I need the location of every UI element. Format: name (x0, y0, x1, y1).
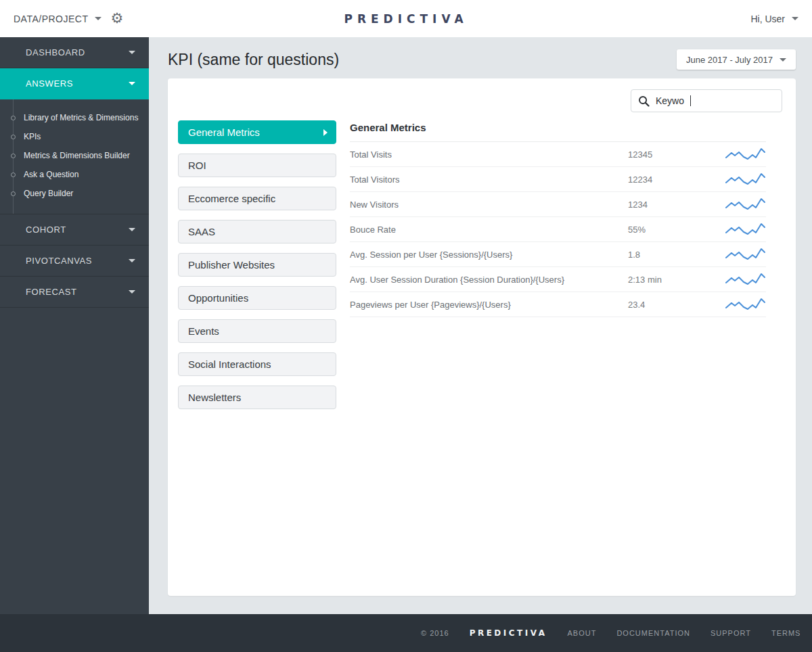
sparkline-chart (725, 170, 766, 188)
sparkline-chart (725, 220, 766, 238)
search-icon (638, 95, 650, 107)
metric-label: Pageviews per User {Pageviews}/{Users} (350, 300, 628, 310)
arrow-right-icon (323, 129, 328, 136)
category-label: General Metrics (188, 126, 260, 138)
sparkline-chart (725, 296, 766, 313)
topbar: DATA/PROJECT ⚙ PREDICTIVA Hi, User (0, 0, 812, 37)
sidebar-item-label: FORECAST (26, 287, 77, 297)
submenu-item-label: KPIs (24, 132, 41, 141)
submenu-item-library-of-metrics[interactable]: Library of Metrics & Dimensions (0, 108, 149, 127)
chevron-down-icon (129, 259, 135, 262)
sidebar: DASHBOARD ANSWERS Library of Metrics & D… (0, 37, 149, 614)
date-range-dropdown[interactable]: June 2017 - July 2017 (677, 49, 796, 70)
category-general-metrics[interactable]: General Metrics (178, 120, 336, 144)
category-list: General Metrics ROI Eccomerce specific S… (178, 120, 336, 419)
metrics-panel: General Metrics Total Visits 12345 Total… (350, 120, 766, 419)
settings-gear-icon[interactable]: ⚙ (111, 11, 124, 26)
bullet-circle-icon (11, 116, 16, 120)
search-value: Keywo (656, 95, 684, 106)
metrics-heading: General Metrics (350, 122, 766, 142)
metric-row-avg-session-per-user[interactable]: Avg. Session per User {Sessions}/{Users}… (350, 242, 766, 267)
category-saas[interactable]: SAAS (178, 220, 336, 243)
sparkline-chart (725, 246, 766, 263)
footer-link-terms[interactable]: TERMS (771, 629, 801, 637)
submenu-item-metrics-dimensions-builder[interactable]: Metrics & Dimensions Builder (0, 146, 149, 165)
page-title: KPI (same for questions) (168, 51, 339, 69)
category-label: Eccomerce specific (188, 193, 275, 204)
sidebar-item-pivotcanvas[interactable]: PIVOTCANVAS (0, 246, 149, 277)
category-events[interactable]: Events (178, 319, 336, 343)
sidebar-item-answers[interactable]: ANSWERS (0, 68, 149, 99)
kpi-card: Keywo General Metrics ROI (168, 78, 796, 596)
bullet-circle-icon (11, 135, 16, 139)
date-range-label: June 2017 - July 2017 (686, 55, 773, 65)
metric-row-pageviews-per-user[interactable]: Pageviews per User {Pageviews}/{Users} 2… (350, 292, 766, 317)
user-menu[interactable]: Hi, User (750, 14, 798, 24)
kpi-content: General Metrics ROI Eccomerce specific S… (178, 120, 782, 419)
submenu-item-query-builder[interactable]: Query Builder (0, 184, 149, 203)
user-menu-label: Hi, User (750, 14, 785, 24)
metric-row-total-visits[interactable]: Total Visits 12345 (350, 142, 766, 167)
submenu-item-kpis[interactable]: KPIs (0, 127, 149, 146)
sidebar-item-cohort[interactable]: COHORT (0, 214, 149, 246)
search-input[interactable]: Keywo (631, 89, 782, 112)
text-cursor (690, 95, 691, 106)
metric-value: 12345 (628, 149, 725, 160)
project-switcher-label: DATA/PROJECT (14, 14, 89, 24)
metric-value: 1234 (628, 200, 725, 210)
chevron-down-icon (129, 290, 135, 294)
chevron-down-icon (792, 17, 798, 20)
chevron-down-icon (129, 51, 135, 54)
category-publisher-websites[interactable]: Publisher Websites (178, 253, 336, 277)
metric-label: Total Visitors (350, 174, 628, 185)
project-switcher[interactable]: DATA/PROJECT (14, 14, 102, 24)
category-eccomerce-specific[interactable]: Eccomerce specific (178, 187, 336, 210)
category-newsletters[interactable]: Newsletters (178, 386, 336, 409)
category-roi[interactable]: ROI (178, 154, 336, 177)
footer: © 2016 PREDICTIVA ABOUT DOCUMENTATION SU… (0, 614, 812, 652)
app-window: DATA/PROJECT ⚙ PREDICTIVA Hi, User DASHB… (0, 0, 812, 652)
metric-label: Avg. Session per User {Sessions}/{Users} (350, 250, 628, 260)
category-label: Opportunities (188, 292, 248, 304)
answers-submenu: Library of Metrics & Dimensions KPIs Met… (0, 99, 149, 214)
bullet-circle-icon (11, 154, 16, 158)
metric-value: 2:13 min (628, 275, 725, 285)
main-panel: KPI (same for questions) June 2017 - Jul… (149, 37, 812, 614)
chevron-down-icon (129, 228, 135, 231)
metric-row-new-visitors[interactable]: New Visitors 1234 (350, 192, 766, 217)
page-header: KPI (same for questions) June 2017 - Jul… (168, 49, 796, 70)
category-label: Newsletters (188, 392, 241, 403)
bullet-circle-icon (11, 191, 16, 196)
sidebar-item-forecast[interactable]: FORECAST (0, 277, 149, 308)
metric-row-bounce-rate[interactable]: Bouce Rate 55% (350, 217, 766, 242)
category-label: ROI (188, 160, 206, 171)
sparkline-chart (725, 195, 766, 213)
copyright-text: © 2016 (421, 629, 449, 637)
metric-value: 55% (628, 225, 725, 235)
bullet-circle-icon (11, 172, 16, 177)
metric-value: 1.8 (628, 250, 725, 260)
metric-row-avg-user-session-duration[interactable]: Avg. User Session Duration {Session Dura… (350, 267, 766, 292)
submenu-item-ask-a-question[interactable]: Ask a Question (0, 165, 149, 184)
metric-label: New Visitors (350, 200, 628, 210)
sparkline-chart (725, 271, 766, 288)
submenu-item-label: Metrics & Dimensions Builder (24, 151, 130, 160)
category-label: Events (188, 325, 219, 337)
submenu-item-label: Query Builder (24, 189, 73, 198)
chevron-down-icon (95, 17, 102, 20)
chevron-down-icon (129, 82, 135, 85)
category-label: Publisher Websites (188, 259, 275, 271)
sparkline-chart (725, 145, 766, 163)
footer-link-documentation[interactable]: DOCUMENTATION (616, 629, 690, 637)
category-label: SAAS (188, 226, 215, 237)
metric-row-total-visitors[interactable]: Total Visitors 12234 (350, 167, 766, 192)
metric-value: 23.4 (628, 300, 725, 310)
category-opportunities[interactable]: Opportunities (178, 286, 336, 310)
submenu-item-label: Ask a Question (24, 170, 78, 179)
metric-label: Avg. User Session Duration {Session Dura… (350, 275, 628, 285)
footer-link-about[interactable]: ABOUT (568, 629, 597, 637)
sidebar-item-dashboard[interactable]: DASHBOARD (0, 37, 149, 68)
footer-link-support[interactable]: SUPPORT (710, 629, 751, 637)
category-social-interactions[interactable]: Social Interactions (178, 352, 336, 376)
chevron-down-icon (780, 58, 786, 62)
